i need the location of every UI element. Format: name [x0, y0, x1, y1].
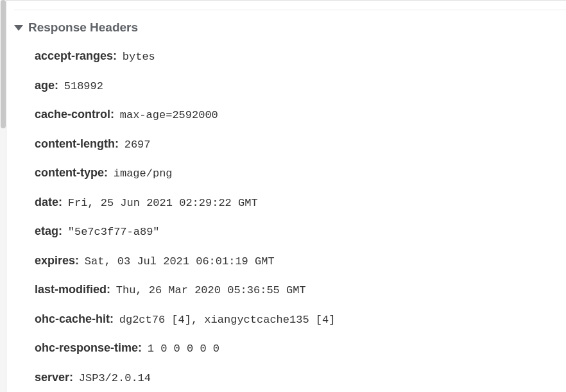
header-row: ohc-response-time: 1 0 0 0 0 0 [35, 339, 566, 357]
scrollbar-thumb[interactable] [1, 0, 6, 128]
header-value: Sat, 03 Jul 2021 06:01:19 GMT [85, 255, 275, 268]
header-value: 518992 [64, 80, 103, 92]
header-value: bytes [123, 51, 155, 63]
header-row: content-type: image/png [35, 164, 566, 182]
header-name: date: [35, 196, 62, 209]
header-row: content-length: 2697 [35, 135, 566, 153]
section-title: Response Headers [28, 21, 138, 35]
header-value: 1 0 0 0 0 0 [148, 343, 219, 355]
header-row: ohc-cache-hit: dg2ct76 [4], xiangyctcach… [35, 311, 566, 328]
header-row: accept-ranges: bytes [35, 47, 566, 65]
header-name: expires: [35, 254, 79, 267]
header-name: last-modified: [35, 283, 110, 296]
header-name: etag: [35, 225, 62, 237]
header-row: date: Fri, 25 Jun 2021 02:29:22 GMT [35, 194, 566, 212]
expand-collapse-icon [14, 25, 23, 31]
header-name: accept-ranges: [35, 49, 117, 62]
header-value: max-age=2592000 [120, 109, 218, 121]
header-value: 2697 [124, 139, 151, 151]
header-row: age: 518992 [35, 77, 566, 95]
header-name: content-length: [35, 137, 119, 150]
header-value: Thu, 26 Mar 2020 05:36:55 GMT [116, 284, 306, 296]
header-value: Fri, 25 Jun 2021 02:29:22 GMT [68, 197, 258, 209]
header-name: content-type: [35, 166, 108, 179]
header-value: JSP3/2.0.14 [79, 372, 151, 384]
header-name: ohc-cache-hit: [35, 312, 114, 325]
header-row: cache-control: max-age=2592000 [35, 106, 566, 124]
header-row: server: JSP3/2.0.14 [35, 369, 566, 387]
headers-panel: Response Headers accept-ranges: bytes ag… [6, 0, 566, 392]
section-divider [14, 10, 566, 10]
header-value: image/png [114, 167, 173, 180]
header-name: cache-control: [35, 108, 114, 121]
header-name: age: [35, 79, 58, 92]
header-row: expires: Sat, 03 Jul 2021 06:01:19 GMT [35, 252, 566, 270]
header-row: etag: "5e7c3f77-a89" [35, 223, 566, 241]
header-name: server: [35, 371, 73, 384]
header-value: "5e7c3f77-a89" [68, 226, 160, 238]
headers-list: accept-ranges: bytes age: 518992 cache-c… [35, 47, 566, 386]
header-row: last-modified: Thu, 26 Mar 2020 05:36:55… [35, 281, 566, 299]
header-value: dg2ct76 [4], xiangyctcache135 [4] [119, 314, 336, 326]
header-name: ohc-response-time: [35, 341, 142, 354]
response-headers-toggle[interactable]: Response Headers [14, 21, 566, 35]
scrollbar-track[interactable] [0, 0, 6, 392]
